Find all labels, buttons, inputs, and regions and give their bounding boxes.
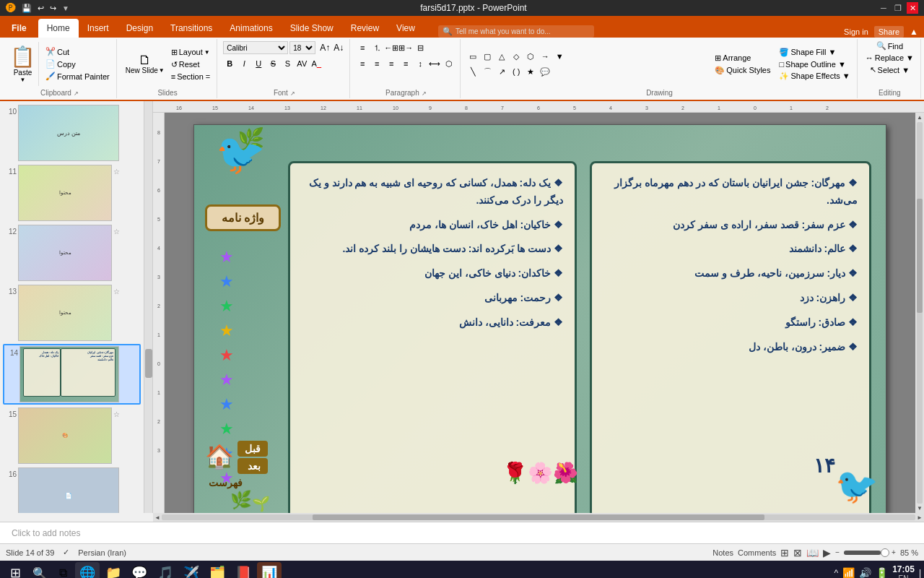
minimize-button[interactable]: ─ xyxy=(878,2,889,14)
notes-button[interactable]: Notes xyxy=(712,548,733,557)
new-slide-arrow[interactable]: ▼ xyxy=(159,67,165,74)
align-left[interactable]: ≡ xyxy=(356,57,369,70)
bold-button[interactable]: B xyxy=(223,57,236,70)
increase-font-size[interactable]: A↑ xyxy=(318,41,331,54)
underline-button[interactable]: U xyxy=(252,57,265,70)
tab-animations[interactable]: Animations xyxy=(221,19,281,38)
select-button[interactable]: ↖ Select ▼ xyxy=(868,64,912,75)
align-right[interactable]: ≡ xyxy=(385,57,398,70)
shape-line[interactable]: ╲ xyxy=(466,65,479,78)
strikethrough-button[interactable]: S xyxy=(266,57,279,70)
shadow-button[interactable]: S xyxy=(281,57,294,70)
format-painter-button[interactable]: 🖌️ Format Painter xyxy=(43,71,112,82)
section-button[interactable]: ≡ Section = xyxy=(169,72,213,82)
smart-art[interactable]: ⬡ xyxy=(443,57,456,70)
taskbar-app-music[interactable]: 🎵 xyxy=(153,562,178,578)
slide-thumb-15[interactable]: 15 🎨 ☆ xyxy=(3,407,141,465)
reset-button[interactable]: ↺ Reset xyxy=(169,59,213,70)
clock-area[interactable]: 17:05 EN xyxy=(892,564,915,579)
decrease-indent[interactable]: ←⊞ xyxy=(385,41,398,54)
font-expand[interactable]: ↗ xyxy=(290,90,295,97)
shape-star[interactable]: ★ xyxy=(524,65,537,78)
quick-access-undo[interactable]: ↩ xyxy=(38,4,44,13)
taskbar-app-files[interactable]: 🗂️ xyxy=(205,562,230,578)
tab-slideshow[interactable]: Slide Show xyxy=(282,19,342,38)
scroll-left-arrow[interactable]: ◄ xyxy=(154,514,160,521)
slide-thumb-12[interactable]: 12 محتوا ☆ xyxy=(3,224,141,282)
cut-button[interactable]: ✂️ Cut xyxy=(43,46,112,57)
tab-file[interactable]: File xyxy=(3,19,35,38)
shape-triangle[interactable]: △ xyxy=(495,50,508,63)
paste-button[interactable]: 📋 Paste ▼ xyxy=(7,42,39,86)
scrollbar-track-h[interactable] xyxy=(162,514,915,520)
notes-area[interactable]: Click to add notes xyxy=(0,522,924,543)
shape-curve[interactable]: ⌒ xyxy=(481,65,494,78)
view-presentation[interactable]: ▶ xyxy=(823,547,831,558)
tab-home[interactable]: Home xyxy=(38,19,79,38)
shape-outline-button[interactable]: □ Shape Outline ▼ xyxy=(777,59,852,69)
signin-button[interactable]: Sign in xyxy=(844,27,868,36)
tray-expand[interactable]: ^ xyxy=(834,568,839,578)
slide-panel[interactable]: 10 متن درس 11 محتوا ☆ 12 محتوا xyxy=(0,101,144,513)
taskbar-app-whatsapp[interactable]: 💬 xyxy=(127,562,152,578)
customize-qa[interactable]: ▼ xyxy=(62,4,69,12)
quick-styles-button[interactable]: 🎨 Quick Styles xyxy=(712,65,772,76)
house-icon[interactable]: 🏠 xyxy=(205,443,234,470)
justify[interactable]: ≡ xyxy=(399,57,412,70)
decrease-font-size[interactable]: A↓ xyxy=(332,41,345,54)
view-reading[interactable]: 📖 xyxy=(806,547,819,558)
quick-access-save[interactable]: 💾 xyxy=(22,4,32,13)
line-spacing[interactable]: ↕ xyxy=(414,57,427,70)
tell-me-box[interactable]: 🔍 Tell me what you want to do... xyxy=(424,25,844,38)
scrollbar-thumb-v[interactable] xyxy=(917,199,923,313)
char-spacing-button[interactable]: AV xyxy=(295,57,308,70)
zoom-out-button[interactable]: − xyxy=(835,548,840,556)
increase-indent[interactable]: ⊞→ xyxy=(399,41,412,54)
taskbar-cortana[interactable]: 🔍 xyxy=(29,562,51,578)
shape-more[interactable]: ▼ xyxy=(553,50,566,63)
taskbar-app-explorer[interactable]: 📁 xyxy=(101,562,126,578)
arrange-button[interactable]: ⊞ Arrange xyxy=(712,53,772,64)
shape-cylinder[interactable]: ⬡ xyxy=(524,50,537,63)
tray-volume[interactable]: 🔊 xyxy=(859,567,871,578)
slide-thumb-13[interactable]: 13 محتوا ☆ xyxy=(3,284,141,342)
columns-button[interactable]: ⊟ xyxy=(414,41,427,54)
prev-sign[interactable]: قبل xyxy=(237,441,268,457)
tray-battery[interactable]: 🔋 xyxy=(876,567,888,578)
next-sign[interactable]: بعد xyxy=(237,458,268,474)
ribbon-collapse[interactable]: ▲ xyxy=(910,27,918,37)
copy-button[interactable]: 📄 Copy xyxy=(43,59,112,69)
zoom-thumb[interactable] xyxy=(881,548,889,557)
taskbar-app-powerpoint[interactable]: 📊 xyxy=(257,562,282,578)
taskbar-app-pdf[interactable]: 📕 xyxy=(231,562,256,578)
close-button[interactable]: ✕ xyxy=(907,2,918,14)
new-slide-button[interactable]: 🗋 New Slide ▼ xyxy=(123,52,167,76)
scroll-up-arrow[interactable]: ▲ xyxy=(917,114,923,121)
zoom-slider[interactable] xyxy=(844,551,887,555)
taskbar-app-browser[interactable]: 🌐 xyxy=(75,562,100,578)
share-button[interactable]: Share xyxy=(874,26,904,38)
start-button[interactable]: ⊞ xyxy=(3,562,27,578)
font-size-select[interactable]: 18 xyxy=(289,41,315,54)
tab-view[interactable]: View xyxy=(388,19,424,38)
replace-button[interactable]: ↔ Replace ▼ xyxy=(863,53,916,63)
slide-thumb-11[interactable]: 11 محتوا ☆ xyxy=(3,164,141,222)
slide-thumb-14[interactable]: 14 مهرگان: جشن ایرانیان عزم سفر: قصد سفر… xyxy=(3,344,141,405)
slide-thumb-16[interactable]: 16 📄 xyxy=(3,467,141,513)
scroll-down-arrow[interactable]: ▼ xyxy=(917,505,923,512)
tab-review[interactable]: Review xyxy=(342,19,388,38)
shape-round-rect[interactable]: ▢ xyxy=(481,50,494,63)
shape-diamond[interactable]: ◇ xyxy=(510,50,523,63)
align-center[interactable]: ≡ xyxy=(370,57,383,70)
tab-transitions[interactable]: Transitions xyxy=(162,19,221,38)
slide-panel-scrollbar[interactable] xyxy=(144,101,153,513)
shape-fill-button[interactable]: 🪣 Shape Fill ▼ xyxy=(777,47,852,58)
slide-14[interactable]: 🐦 🌿 واژه نامه ★ ★ ★ ★ ★ ★ ★ xyxy=(193,124,886,513)
horizontal-scrollbar[interactable]: ◄ ► xyxy=(153,513,924,522)
view-normal[interactable]: ⊞ xyxy=(780,547,789,558)
shape-arrow[interactable]: → xyxy=(539,50,552,63)
paste-dropdown-arrow[interactable]: ▼ xyxy=(20,77,26,83)
shape-bracket[interactable]: ( ) xyxy=(510,65,523,78)
layout-button[interactable]: ⊞ Layout ▼ xyxy=(169,47,213,58)
restore-button[interactable]: ❐ xyxy=(892,2,904,14)
